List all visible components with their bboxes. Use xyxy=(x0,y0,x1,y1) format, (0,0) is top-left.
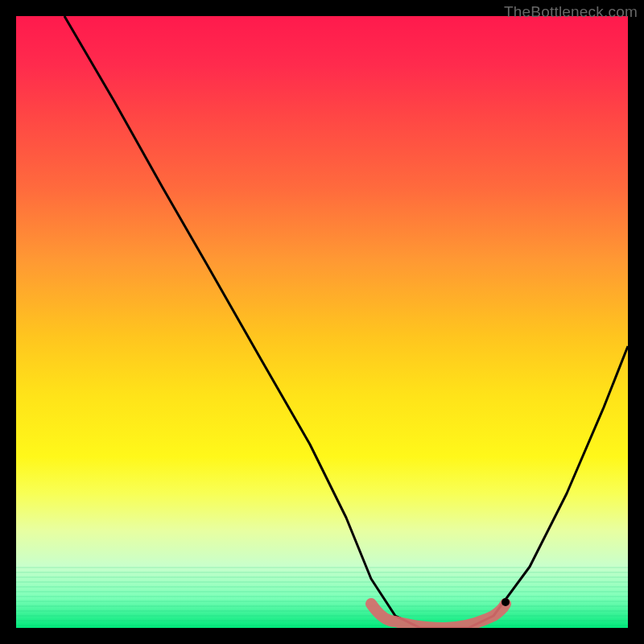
curve-layer xyxy=(16,16,628,628)
watermark-text: TheBottleneck.com xyxy=(504,3,638,21)
chart-frame: TheBottleneck.com xyxy=(0,0,644,644)
plot-area xyxy=(16,16,628,628)
bottleneck-curve-path xyxy=(64,16,628,628)
highlight-end-dot xyxy=(502,598,510,606)
optimal-highlight-path xyxy=(371,604,506,628)
